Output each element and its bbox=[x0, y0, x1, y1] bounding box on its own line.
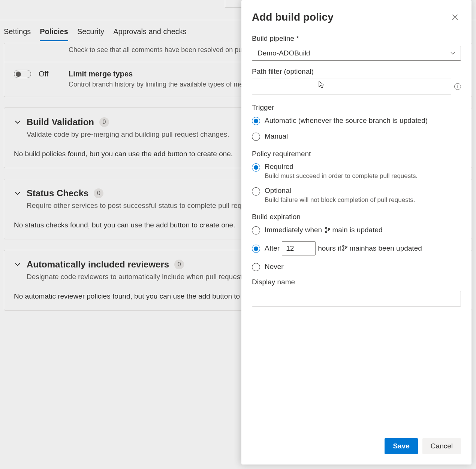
radio-icon bbox=[252, 187, 260, 196]
auto-reviewers-count: 0 bbox=[174, 260, 184, 269]
build-validation-count: 0 bbox=[99, 117, 109, 127]
expire-immediate-post: is updated bbox=[348, 226, 383, 234]
expire-after-pre: After bbox=[265, 244, 280, 252]
expire-hours-input[interactable] bbox=[282, 241, 316, 255]
save-button[interactable]: Save bbox=[385, 438, 418, 454]
chevron-down-icon[interactable] bbox=[14, 261, 21, 268]
radio-icon bbox=[252, 245, 260, 253]
svg-point-3 bbox=[343, 245, 344, 247]
status-checks-title: Status Checks bbox=[27, 188, 88, 199]
radio-icon bbox=[252, 226, 260, 234]
build-pipeline-label: Build pipeline * bbox=[252, 34, 461, 43]
build-validation-title: Build Validation bbox=[27, 117, 94, 127]
tab-policies[interactable]: Policies bbox=[40, 22, 68, 41]
expire-after-branch: main bbox=[349, 244, 365, 252]
trigger-label: Trigger bbox=[252, 103, 461, 112]
expire-immediate-branch: main bbox=[332, 226, 347, 234]
expire-after-post: has been updated bbox=[365, 244, 422, 252]
build-expiration-label: Build expiration bbox=[252, 213, 461, 221]
branch-icon bbox=[342, 245, 348, 253]
policy-req-label: Policy requirement bbox=[252, 150, 461, 158]
toggle-knob bbox=[16, 72, 21, 77]
display-name-label: Display name bbox=[252, 278, 461, 286]
svg-point-1 bbox=[325, 231, 327, 233]
expire-after-mid: hours if bbox=[318, 244, 341, 252]
status-checks-count: 0 bbox=[94, 188, 103, 198]
policy-optional-sub: Build failure will not block completion … bbox=[265, 196, 415, 204]
svg-point-2 bbox=[328, 228, 330, 230]
svg-point-5 bbox=[346, 246, 347, 248]
svg-point-4 bbox=[343, 249, 344, 251]
trigger-auto-label: Automatic (whenever the source branch is… bbox=[265, 117, 428, 125]
chevron-down-icon bbox=[450, 51, 455, 56]
close-icon[interactable] bbox=[449, 11, 461, 23]
tab-settings[interactable]: Settings bbox=[4, 22, 31, 41]
panel-title: Add build policy bbox=[252, 11, 334, 23]
trigger-manual-radio[interactable]: Manual bbox=[252, 132, 461, 141]
cancel-button[interactable]: Cancel bbox=[422, 438, 461, 454]
radio-icon bbox=[252, 163, 260, 172]
chevron-down-icon[interactable] bbox=[14, 118, 21, 126]
limit-merge-toggle[interactable] bbox=[14, 70, 31, 78]
tab-approvals[interactable]: Approvals and checks bbox=[113, 22, 187, 41]
trigger-manual-label: Manual bbox=[265, 132, 288, 140]
limit-merge-state: Off bbox=[39, 70, 61, 78]
build-pipeline-value: Demo-ADOBuild bbox=[257, 49, 310, 57]
display-name-input[interactable] bbox=[252, 291, 461, 306]
auto-reviewers-title: Automatically included reviewers bbox=[27, 259, 169, 270]
expire-never-radio[interactable]: Never bbox=[252, 262, 461, 271]
branch-icon bbox=[325, 227, 331, 235]
chevron-down-icon[interactable] bbox=[14, 190, 21, 197]
expire-immediate-pre: Immediately when bbox=[265, 226, 324, 234]
svg-point-0 bbox=[325, 227, 327, 229]
policy-optional-label: Optional bbox=[265, 187, 415, 195]
policy-required-sub: Build must succeed in order to complete … bbox=[265, 172, 418, 180]
radio-icon bbox=[252, 117, 260, 125]
expire-immediate-radio[interactable]: Immediately when main is updated bbox=[252, 226, 461, 234]
path-filter-label: Path filter (optional) bbox=[252, 67, 461, 76]
radio-icon bbox=[252, 133, 260, 141]
info-icon[interactable]: i bbox=[454, 83, 461, 90]
path-filter-input[interactable] bbox=[252, 79, 451, 94]
policy-required-radio[interactable]: Required Build must succeed in order to … bbox=[252, 163, 461, 180]
policy-optional-radio[interactable]: Optional Build failure will not block co… bbox=[252, 187, 461, 204]
policy-required-label: Required bbox=[265, 163, 418, 171]
trigger-auto-radio[interactable]: Automatic (whenever the source branch is… bbox=[252, 116, 461, 125]
expire-after-radio[interactable]: After hours if main has been updated bbox=[252, 241, 461, 255]
tab-security[interactable]: Security bbox=[77, 22, 104, 41]
expire-never-label: Never bbox=[265, 263, 284, 271]
build-pipeline-dropdown[interactable]: Demo-ADOBuild bbox=[252, 46, 461, 61]
radio-icon bbox=[252, 263, 260, 271]
add-build-policy-panel: Add build policy Build pipeline * Demo-A… bbox=[241, 0, 472, 465]
